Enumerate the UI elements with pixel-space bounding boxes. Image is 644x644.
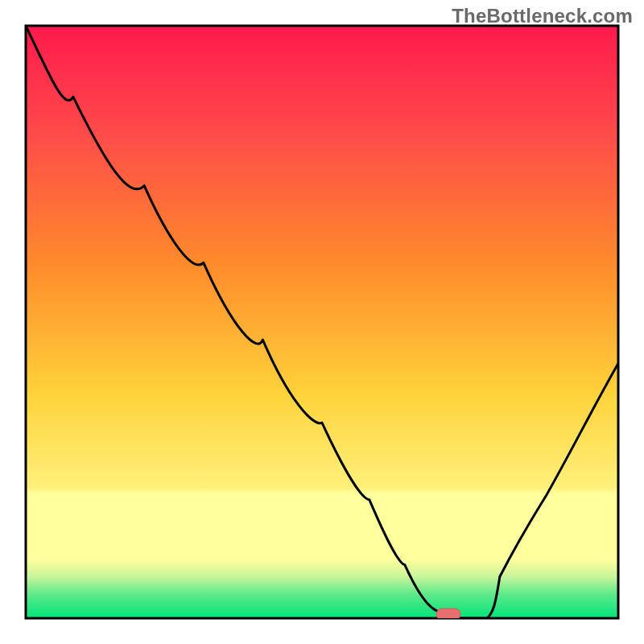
plot-background <box>26 26 618 618</box>
minimum-marker <box>436 609 460 620</box>
chart-container: TheBottleneck.com <box>0 0 644 644</box>
bottleneck-chart <box>0 0 644 644</box>
watermark-text: TheBottleneck.com <box>452 5 633 27</box>
